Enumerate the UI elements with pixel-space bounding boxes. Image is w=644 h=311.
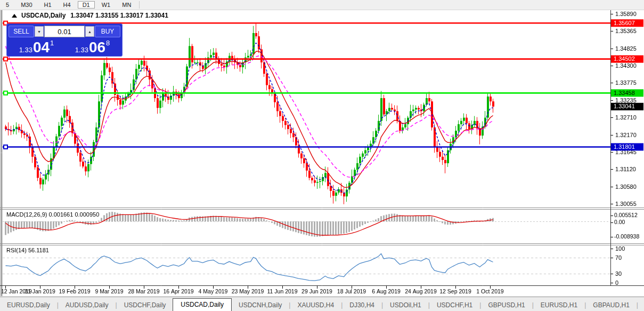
timeframe-button-5[interactable]: 5	[1, 1, 14, 9]
timeframe-button-m30[interactable]: M30	[16, 1, 37, 9]
timeframe-button-w1[interactable]: W1	[97, 1, 116, 9]
toolbar-separator	[139, 1, 140, 9]
sell-price-main: 04	[33, 39, 50, 55]
chart-tab-dj30-h4[interactable]: DJ30,H4	[343, 299, 381, 311]
volume-decrease-button[interactable]: ▼	[35, 26, 44, 37]
timeframe-button-h4[interactable]: H4	[59, 1, 76, 9]
one-click-trading-panel: SELL ▼ ▲ BUY 1.33 04 1 1.33 06 8	[6, 23, 123, 57]
chart-tab-audusd-daily[interactable]: AUDUSD,Daily	[59, 299, 116, 311]
arrow-down-icon: ▼	[37, 30, 41, 34]
buy-price-main: 06	[89, 39, 105, 55]
sell-price-pip: 1	[50, 39, 54, 47]
volume-increase-button[interactable]: ▲	[85, 26, 94, 37]
sell-price-prefix: 1.33	[19, 46, 32, 54]
buy-price[interactable]: 1.33 06 8	[64, 38, 120, 57]
arrow-up-icon: ▲	[88, 30, 92, 34]
chart-tab-xauusd-h4[interactable]: XAUUSD,H4	[290, 299, 341, 311]
buy-price-pip: 8	[106, 39, 110, 47]
timeframe-button-h1[interactable]: H1	[39, 1, 56, 9]
chart-tab-usdcad-daily[interactable]: USDCAD,Daily	[173, 298, 232, 311]
timeframe-toolbar: 5M30H1H4D1W1MN	[0, 0, 644, 10]
chart-tab-bar: EURUSD,Daily|AUDUSD,Daily|USDCHF,DailyUS…	[0, 297, 644, 311]
volume-input[interactable]	[44, 26, 85, 37]
chart-tab-eurusd-h1[interactable]: EURUSD,H1	[534, 299, 584, 311]
chart-tab-gbpaud-h1[interactable]: GBPAUD,H1	[586, 299, 636, 311]
chart-tab-eurusd-daily[interactable]: EURUSD,Daily	[0, 299, 57, 311]
sell-price[interactable]: 1.33 04 1	[9, 38, 64, 57]
timeframe-button-d1[interactable]: D1	[78, 1, 95, 9]
chart-tab-usdchf-daily[interactable]: USDCHF,Daily	[117, 299, 173, 311]
sell-button[interactable]: SELL	[9, 26, 34, 37]
chart-tab-usdjp[interactable]: USDJP	[638, 299, 644, 311]
chart-tab-gbpusd-h1[interactable]: GBPUSD,H1	[481, 299, 532, 311]
chart-ohlc-values: 1.33047 1.33155 1.33017 1.33041	[70, 12, 168, 19]
buy-button[interactable]: BUY	[95, 26, 120, 37]
chart-expand-icon	[12, 14, 17, 18]
timeframe-button-mn[interactable]: MN	[117, 1, 136, 9]
chart-tab-usdoil-h1[interactable]: USDOil,H1	[383, 299, 428, 311]
buy-price-prefix: 1.33	[75, 46, 88, 54]
chart-title: USDCAD,Daily 1.33047 1.33155 1.33017 1.3…	[12, 12, 168, 19]
chart-tab-usdchf-h1[interactable]: USDCHF,H1	[430, 299, 479, 311]
chart-tab-usdcnh-daily[interactable]: USDCNH,Daily	[232, 299, 289, 311]
chart-symbol-period: USDCAD,Daily	[21, 12, 66, 19]
